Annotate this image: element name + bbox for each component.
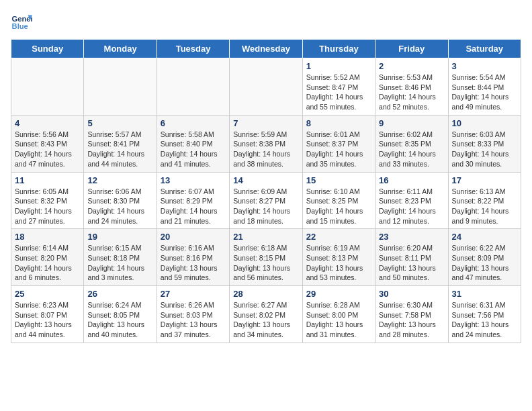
day-details: Sunrise: 6:10 AM Sunset: 8:25 PM Dayligh…: [306, 187, 371, 226]
day-number: 25: [15, 289, 80, 299]
calendar-day: [230, 58, 302, 116]
day-number: 16: [379, 175, 444, 185]
day-number: 26: [87, 289, 152, 299]
day-number: 27: [161, 289, 226, 299]
weekday-header: Saturday: [448, 40, 521, 58]
calendar-week: 18Sunrise: 6:14 AM Sunset: 8:20 PM Dayli…: [11, 229, 521, 286]
day-number: 9: [379, 118, 444, 128]
weekday-header: Friday: [375, 40, 448, 58]
day-details: Sunrise: 6:24 AM Sunset: 8:05 PM Dayligh…: [87, 300, 152, 340]
calendar-day: 2Sunrise: 5:53 AM Sunset: 8:46 PM Daylig…: [375, 58, 448, 116]
calendar-day: 3Sunrise: 5:54 AM Sunset: 8:44 PM Daylig…: [448, 58, 521, 116]
calendar-day: 11Sunrise: 6:05 AM Sunset: 8:32 PM Dayli…: [11, 172, 84, 229]
calendar-week: 4Sunrise: 5:56 AM Sunset: 8:43 PM Daylig…: [11, 115, 521, 172]
calendar-header: SundayMondayTuesdayWednesdayThursdayFrid…: [11, 40, 521, 58]
day-number: 30: [379, 289, 444, 299]
day-number: 12: [87, 175, 152, 185]
day-details: Sunrise: 6:06 AM Sunset: 8:30 PM Dayligh…: [87, 187, 152, 226]
day-details: Sunrise: 6:28 AM Sunset: 8:00 PM Dayligh…: [306, 300, 371, 340]
calendar-day: 5Sunrise: 5:57 AM Sunset: 8:41 PM Daylig…: [84, 115, 157, 172]
day-number: 5: [87, 118, 152, 128]
day-number: 10: [452, 118, 517, 128]
day-number: 6: [161, 118, 226, 128]
day-details: Sunrise: 6:27 AM Sunset: 8:02 PM Dayligh…: [233, 300, 298, 340]
calendar-day: [84, 58, 157, 116]
day-number: 7: [233, 118, 298, 128]
day-number: 24: [452, 232, 517, 242]
calendar-day: 21Sunrise: 6:18 AM Sunset: 8:15 PM Dayli…: [230, 229, 302, 286]
calendar-day: 10Sunrise: 6:03 AM Sunset: 8:33 PM Dayli…: [448, 115, 521, 172]
calendar-day: [11, 58, 84, 116]
day-number: 22: [306, 232, 371, 242]
calendar-day: 9Sunrise: 6:02 AM Sunset: 8:35 PM Daylig…: [375, 115, 448, 172]
day-details: Sunrise: 5:54 AM Sunset: 8:44 PM Dayligh…: [452, 73, 517, 112]
calendar-day: 22Sunrise: 6:19 AM Sunset: 8:13 PM Dayli…: [302, 229, 375, 286]
calendar-day: 30Sunrise: 6:30 AM Sunset: 7:58 PM Dayli…: [375, 286, 448, 343]
day-details: Sunrise: 5:58 AM Sunset: 8:40 PM Dayligh…: [161, 130, 226, 169]
calendar-day: 24Sunrise: 6:22 AM Sunset: 8:09 PM Dayli…: [448, 229, 521, 286]
calendar-body: 1Sunrise: 5:52 AM Sunset: 8:47 PM Daylig…: [11, 58, 521, 343]
day-number: 29: [306, 289, 371, 299]
day-number: 15: [306, 175, 371, 185]
day-details: Sunrise: 6:09 AM Sunset: 8:27 PM Dayligh…: [233, 187, 298, 226]
calendar-week: 11Sunrise: 6:05 AM Sunset: 8:32 PM Dayli…: [11, 172, 521, 229]
day-details: Sunrise: 5:53 AM Sunset: 8:46 PM Dayligh…: [379, 73, 444, 112]
day-number: 14: [233, 175, 298, 185]
day-details: Sunrise: 6:22 AM Sunset: 8:09 PM Dayligh…: [452, 243, 517, 283]
day-details: Sunrise: 6:31 AM Sunset: 7:56 PM Dayligh…: [452, 300, 517, 340]
day-number: 20: [161, 232, 226, 242]
calendar-day: 4Sunrise: 5:56 AM Sunset: 8:43 PM Daylig…: [11, 115, 84, 172]
calendar-day: [157, 58, 229, 116]
logo-icon: General Blue: [11, 11, 32, 32]
day-details: Sunrise: 6:16 AM Sunset: 8:16 PM Dayligh…: [161, 243, 226, 283]
day-details: Sunrise: 5:52 AM Sunset: 8:47 PM Dayligh…: [306, 73, 371, 112]
calendar-week: 25Sunrise: 6:23 AM Sunset: 8:07 PM Dayli…: [11, 286, 521, 343]
day-details: Sunrise: 6:03 AM Sunset: 8:33 PM Dayligh…: [452, 130, 517, 169]
day-number: 13: [161, 175, 226, 185]
day-number: 1: [306, 61, 371, 71]
calendar-day: 16Sunrise: 6:11 AM Sunset: 8:23 PM Dayli…: [375, 172, 448, 229]
day-details: Sunrise: 6:02 AM Sunset: 8:35 PM Dayligh…: [379, 130, 444, 169]
day-number: 11: [15, 175, 80, 185]
calendar-day: 14Sunrise: 6:09 AM Sunset: 8:27 PM Dayli…: [230, 172, 302, 229]
day-number: 18: [15, 232, 80, 242]
calendar-day: 25Sunrise: 6:23 AM Sunset: 8:07 PM Dayli…: [11, 286, 84, 343]
calendar-week: 1Sunrise: 5:52 AM Sunset: 8:47 PM Daylig…: [11, 58, 521, 116]
day-details: Sunrise: 6:20 AM Sunset: 8:11 PM Dayligh…: [379, 243, 444, 283]
day-details: Sunrise: 6:14 AM Sunset: 8:20 PM Dayligh…: [15, 243, 80, 283]
calendar-day: 13Sunrise: 6:07 AM Sunset: 8:29 PM Dayli…: [157, 172, 229, 229]
calendar-day: 23Sunrise: 6:20 AM Sunset: 8:11 PM Dayli…: [375, 229, 448, 286]
day-details: Sunrise: 6:18 AM Sunset: 8:15 PM Dayligh…: [233, 243, 298, 283]
calendar-day: 12Sunrise: 6:06 AM Sunset: 8:30 PM Dayli…: [84, 172, 157, 229]
calendar-day: 31Sunrise: 6:31 AM Sunset: 7:56 PM Dayli…: [448, 286, 521, 343]
day-details: Sunrise: 6:15 AM Sunset: 8:18 PM Dayligh…: [87, 243, 152, 283]
day-number: 28: [233, 289, 298, 299]
day-number: 3: [452, 61, 517, 71]
day-number: 8: [306, 118, 371, 128]
weekday-header: Monday: [84, 40, 157, 58]
logo: General Blue: [11, 11, 32, 32]
weekday-header: Sunday: [11, 40, 84, 58]
weekday-header: Wednesday: [230, 40, 302, 58]
calendar-day: 26Sunrise: 6:24 AM Sunset: 8:05 PM Dayli…: [84, 286, 157, 343]
calendar-day: 8Sunrise: 6:01 AM Sunset: 8:37 PM Daylig…: [302, 115, 375, 172]
day-details: Sunrise: 6:23 AM Sunset: 8:07 PM Dayligh…: [15, 300, 80, 340]
day-details: Sunrise: 5:57 AM Sunset: 8:41 PM Dayligh…: [87, 130, 152, 169]
day-details: Sunrise: 6:01 AM Sunset: 8:37 PM Dayligh…: [306, 130, 371, 169]
day-details: Sunrise: 5:59 AM Sunset: 8:38 PM Dayligh…: [233, 130, 298, 169]
day-number: 19: [87, 232, 152, 242]
calendar-day: 15Sunrise: 6:10 AM Sunset: 8:25 PM Dayli…: [302, 172, 375, 229]
weekday-header: Tuesday: [157, 40, 229, 58]
calendar-day: 17Sunrise: 6:13 AM Sunset: 8:22 PM Dayli…: [448, 172, 521, 229]
day-number: 31: [452, 289, 517, 299]
day-details: Sunrise: 6:30 AM Sunset: 7:58 PM Dayligh…: [379, 300, 444, 340]
day-number: 21: [233, 232, 298, 242]
day-details: Sunrise: 6:13 AM Sunset: 8:22 PM Dayligh…: [452, 187, 517, 226]
day-number: 17: [452, 175, 517, 185]
day-number: 4: [15, 118, 80, 128]
day-details: Sunrise: 6:05 AM Sunset: 8:32 PM Dayligh…: [15, 187, 80, 226]
calendar-day: 28Sunrise: 6:27 AM Sunset: 8:02 PM Dayli…: [230, 286, 302, 343]
calendar-table: SundayMondayTuesdayWednesdayThursdayFrid…: [11, 39, 521, 343]
calendar-day: 6Sunrise: 5:58 AM Sunset: 8:40 PM Daylig…: [157, 115, 229, 172]
day-number: 2: [379, 61, 444, 71]
